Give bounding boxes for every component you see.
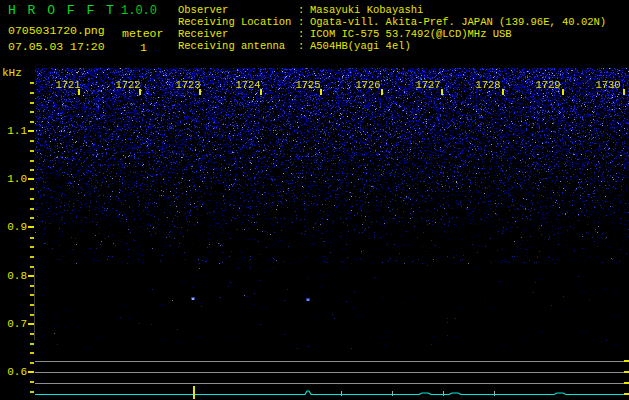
time-axis-tick (260, 89, 262, 95)
info-value: A504HB(yagi 4el) (310, 40, 411, 52)
time-axis-label: 1728 (470, 79, 506, 91)
freq-axis-major-tick (28, 323, 34, 325)
info-value: Ogata-vill. Akita-Pref. JAPAN (139.96E, … (310, 16, 606, 28)
hrofft-screen: H R O F F T 1.0.0 0705031720.png meteor … (0, 0, 629, 400)
freq-axis-label: 0.9 (0, 221, 27, 233)
time-axis-tick (139, 89, 141, 95)
freq-axis-label: 0.8 (0, 270, 27, 282)
freq-axis-minor-tick (30, 111, 34, 113)
freq-axis-minor-tick (30, 304, 34, 306)
freq-axis-minor-tick (30, 82, 34, 84)
info-label: Observer (178, 4, 298, 16)
time-axis-tick (441, 89, 443, 95)
time-axis-label: 1729 (530, 79, 566, 91)
info-value: Masayuki Kobayashi (310, 4, 423, 16)
freq-axis-unit-label: kHz (2, 67, 22, 79)
info-colon: : (298, 40, 310, 52)
output-filename: 0705031720.png (8, 24, 105, 37)
time-axis-tick (502, 89, 504, 95)
spectrogram-canvas (35, 66, 629, 400)
info-value: ICOM IC-575 53.7492(@LCD)MHz USB (310, 28, 512, 40)
time-axis-tick (78, 89, 80, 95)
app-title: H R O F F T (8, 3, 116, 18)
channel-number: 1 (140, 41, 147, 54)
observer-info-row: Observer:Masayuki Kobayashi (178, 4, 606, 16)
freq-axis-minor-tick (30, 169, 34, 171)
info-colon: : (298, 28, 310, 40)
freq-axis-minor-tick (30, 314, 34, 316)
freq-axis-minor-tick (30, 285, 34, 287)
time-axis-label: 1721 (50, 79, 86, 91)
freq-axis-minor-tick (30, 246, 34, 248)
info-colon: : (298, 4, 310, 16)
freq-axis-minor-tick (30, 208, 34, 210)
info-label: Receiver (178, 28, 298, 40)
freq-axis-label: 0.7 (0, 318, 27, 330)
observer-info-row: Receiving antenna:A504HB(yagi 4el) (178, 40, 606, 52)
freq-axis-minor-tick (30, 102, 34, 104)
freq-axis-major-tick (28, 178, 34, 180)
app-version: 1.0.0 (121, 4, 157, 18)
freq-axis-minor-tick (30, 237, 34, 239)
freq-axis-minor-tick (30, 352, 34, 354)
freq-axis-label: 1.1 (0, 125, 27, 137)
mode-label: meteor (122, 27, 163, 40)
observer-info-row: Receiver:ICOM IC-575 53.7492(@LCD)MHz US… (178, 28, 606, 40)
time-axis-tick (381, 89, 383, 95)
freq-axis-minor-tick (30, 391, 34, 393)
freq-axis-minor-tick (30, 343, 34, 345)
time-axis-label: 1730 (590, 79, 626, 91)
freq-axis-minor-tick (30, 160, 34, 162)
freq-axis-minor-tick (30, 150, 34, 152)
freq-axis-minor-tick (30, 198, 34, 200)
freq-axis-minor-tick (30, 294, 34, 296)
freq-axis-minor-tick (30, 140, 34, 142)
info-colon: : (298, 16, 310, 28)
session-datetime: 07.05.03 17:20 (8, 40, 105, 53)
time-axis-tick (623, 89, 625, 95)
freq-axis-minor-tick (30, 121, 34, 123)
time-axis-tick (199, 89, 201, 95)
observer-info-block: Observer:Masayuki KobayashiReceiving Loc… (178, 4, 606, 52)
freq-axis-label: 1.0 (0, 173, 27, 185)
freq-axis-minor-tick (30, 266, 34, 268)
freq-axis-minor-tick (30, 92, 34, 94)
info-label: Receiving Location (178, 16, 298, 28)
freq-axis-label: 0.6 (0, 366, 27, 378)
freq-axis-minor-tick (30, 362, 34, 364)
freq-axis-minor-tick (30, 256, 34, 258)
freq-axis-minor-tick (30, 188, 34, 190)
freq-axis-minor-tick (30, 381, 34, 383)
freq-axis-major-tick (28, 130, 34, 132)
freq-axis-major-tick (28, 226, 34, 228)
time-axis-tick (562, 89, 564, 95)
freq-axis-major-tick (28, 371, 34, 373)
freq-axis-minor-tick (30, 217, 34, 219)
info-label: Receiving antenna (178, 40, 298, 52)
freq-axis-major-tick (28, 275, 34, 277)
freq-axis-minor-tick (30, 333, 34, 335)
time-axis-tick (320, 89, 322, 95)
observer-info-row: Receiving Location:Ogata-vill. Akita-Pre… (178, 16, 606, 28)
